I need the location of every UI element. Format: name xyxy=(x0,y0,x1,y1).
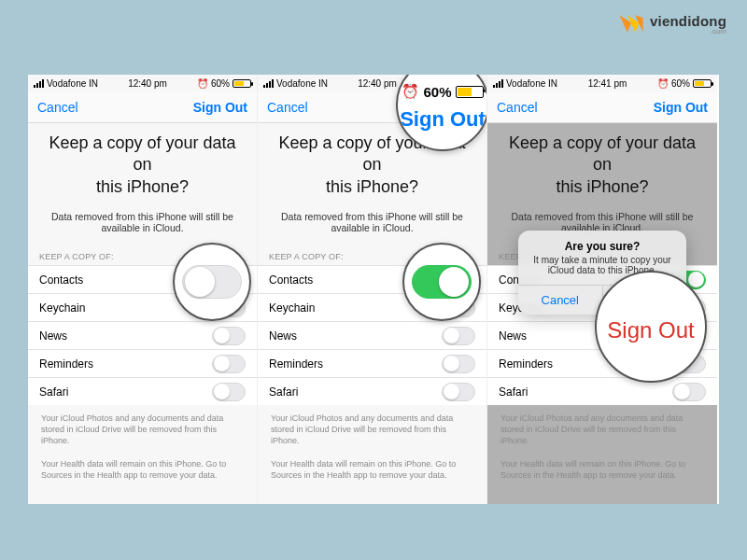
toggle-news[interactable] xyxy=(212,327,246,345)
row-label: News xyxy=(499,329,527,343)
row-safari: Safari xyxy=(487,377,717,405)
magnified-alert-signout: Sign Out xyxy=(607,317,694,343)
carrier-label: Vodafone IN xyxy=(276,78,328,89)
row-reminders: Reminders xyxy=(258,349,486,377)
brand-logo-icon xyxy=(618,13,644,35)
alert-title: Are you sure? xyxy=(518,231,686,255)
magnifier-toggle-on xyxy=(402,243,481,321)
row-label: Keychain xyxy=(39,301,85,315)
carrier-label: Vodafone IN xyxy=(506,78,557,89)
row-label: Safari xyxy=(39,385,68,399)
status-bar: Vodafone IN 12:40 pm ⏰ 60% xyxy=(28,75,257,91)
row-label: Contacts xyxy=(39,273,83,287)
carrier-label: Vodafone IN xyxy=(47,78,98,89)
cancel-button[interactable]: Cancel xyxy=(37,100,78,115)
row-label: Safari xyxy=(499,385,528,399)
page-subtitle: Data removed from this iPhone will still… xyxy=(28,202,257,246)
row-label: Reminders xyxy=(499,357,553,371)
clock: 12:40 pm xyxy=(358,78,397,89)
row-label: News xyxy=(39,329,67,343)
clock: 12:40 pm xyxy=(128,78,167,89)
page-subtitle: Data removed from this iPhone will still… xyxy=(258,202,486,246)
row-label: Safari xyxy=(269,385,298,399)
nav-bar: Cancel Sign Out xyxy=(487,91,717,123)
magnified-toggle-off xyxy=(182,265,242,299)
row-news: News xyxy=(28,321,257,349)
toggle-news[interactable] xyxy=(442,327,475,345)
footnote-2: Your Health data will remain on this iPh… xyxy=(258,451,486,484)
row-news: News xyxy=(258,321,486,349)
toggle-reminders[interactable] xyxy=(212,355,246,373)
battery-icon xyxy=(456,86,484,98)
watermark: viendidong .com xyxy=(618,13,726,35)
cancel-button[interactable]: Cancel xyxy=(267,100,308,115)
signout-button[interactable]: Sign Out xyxy=(654,100,708,115)
nav-bar: Cancel Sign Out xyxy=(28,91,257,123)
row-label: News xyxy=(269,329,297,343)
battery-icon xyxy=(233,79,251,88)
screen-2: Vodafone IN 12:40 pm ⏰ 60% Cancel Sign O… xyxy=(258,75,487,504)
row-label: Reminders xyxy=(269,357,323,371)
clock: 12:41 pm xyxy=(588,78,627,89)
screen-3: Vodafone IN 12:41 pm ⏰ 60% Cancel Sign O… xyxy=(487,75,717,504)
magnified-signout-label: Sign Out xyxy=(400,107,486,132)
status-bar: Vodafone IN 12:41 pm ⏰ 60% xyxy=(487,75,717,91)
battery-pct: 60% xyxy=(211,78,230,89)
row-label: Reminders xyxy=(39,357,93,371)
footnote-1: Your iCloud Photos and any documents and… xyxy=(487,405,717,450)
alarm-icon: ⏰ xyxy=(197,78,208,89)
footnote-1: Your iCloud Photos and any documents and… xyxy=(28,405,257,450)
footnote-2: Your Health data will remain on this iPh… xyxy=(487,451,717,484)
row-safari: Safari xyxy=(28,377,257,405)
row-label: Contacts xyxy=(269,273,313,287)
footnote-1: Your iCloud Photos and any documents and… xyxy=(258,405,486,450)
signal-icon xyxy=(34,79,44,88)
toggle-safari[interactable] xyxy=(672,383,706,401)
screen-1: Vodafone IN 12:40 pm ⏰ 60% Cancel Sign O… xyxy=(28,75,258,504)
cancel-button[interactable]: Cancel xyxy=(497,100,538,115)
magnified-toggle-on xyxy=(412,265,472,299)
toggle-safari[interactable] xyxy=(442,383,475,401)
battery-pct: 60% xyxy=(671,78,690,89)
magnified-battery-pct: 60% xyxy=(423,84,451,100)
tutorial-stage: Vodafone IN 12:40 pm ⏰ 60% Cancel Sign O… xyxy=(28,75,719,504)
magnifier-alert-signout: Sign Out xyxy=(595,271,707,383)
magnifier-toggle-off xyxy=(173,243,251,321)
alert-cancel-button[interactable]: Cancel xyxy=(518,286,602,315)
row-label: Keychain xyxy=(269,301,315,315)
page-title: Keep a copy of your data onthis iPhone? xyxy=(28,123,257,202)
signal-icon xyxy=(493,79,503,88)
page-title: Keep a copy of your data onthis iPhone? xyxy=(487,123,717,202)
toggle-safari[interactable] xyxy=(212,383,246,401)
row-reminders: Reminders xyxy=(28,349,257,377)
toggle-reminders[interactable] xyxy=(442,355,475,373)
footnote-2: Your Health data will remain on this iPh… xyxy=(28,451,257,484)
signout-button[interactable]: Sign Out xyxy=(193,100,247,115)
battery-icon xyxy=(693,79,712,88)
signal-icon xyxy=(263,79,274,88)
alarm-icon: ⏰ xyxy=(402,83,419,100)
alarm-icon: ⏰ xyxy=(657,78,669,89)
row-safari: Safari xyxy=(258,377,486,405)
